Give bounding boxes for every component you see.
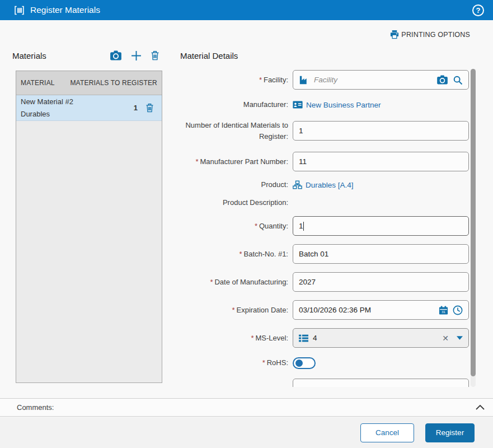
facility-field[interactable]: Facility <box>293 70 469 90</box>
scrollbar-thumb[interactable] <box>471 69 476 376</box>
camera-scan-button[interactable] <box>110 50 122 60</box>
column-material: MATERIAL <box>21 79 55 87</box>
printing-options-label: PRINTING OPTIONS <box>401 31 470 39</box>
required-marker: * <box>262 358 265 367</box>
cancel-button[interactable]: Cancel <box>360 423 414 442</box>
required-marker: * <box>255 222 257 230</box>
required-marker: * <box>195 157 198 166</box>
product-structure-icon <box>293 180 302 189</box>
date-of-manufacturing-label: *Date of Manufacturing: <box>180 277 288 288</box>
ms-level-label: *MS-Level: <box>180 333 288 344</box>
materials-list-empty-area <box>16 121 162 382</box>
printing-options-button[interactable]: PRINTING OPTIONS <box>389 30 470 39</box>
rohs-toggle[interactable] <box>293 357 316 369</box>
clipped-field[interactable] <box>293 379 469 387</box>
date-of-manufacturing-input[interactable] <box>293 272 469 292</box>
required-marker: * <box>210 278 213 286</box>
expiration-date-field[interactable]: 03/10/2026 02:36 PM 31 <box>293 300 469 320</box>
page-title: Register Materials <box>30 5 100 15</box>
identical-materials-label: Number of Identical Materials to Registe… <box>180 120 288 142</box>
business-partner-card-icon <box>293 101 303 109</box>
materials-table-header: MATERIAL MATERIALS TO REGISTER <box>16 71 162 95</box>
required-marker: * <box>232 306 234 314</box>
quantity-input[interactable]: 1 <box>293 216 469 236</box>
materials-to-register-count: 1 <box>134 104 138 112</box>
text-caret <box>303 222 304 231</box>
product-link[interactable]: Durables [A.4] <box>293 180 354 189</box>
titlebar: Register Materials ? <box>0 0 493 20</box>
batch-no-input[interactable] <box>293 244 469 264</box>
ms-level-select[interactable]: 4 ✕ <box>293 328 469 348</box>
expiration-date-label: *Expiration Date: <box>180 305 288 316</box>
add-material-button[interactable] <box>131 50 142 61</box>
ms-level-value: 4 <box>313 334 317 342</box>
column-materials-to-register: MATERIALS TO REGISTER <box>70 79 157 87</box>
clear-icon[interactable]: ✕ <box>442 334 449 342</box>
rohs-label: *RoHS: <box>180 357 288 368</box>
comments-bar: Comments: <box>0 398 493 417</box>
part-number-label: *Manufacturer Part Number: <box>180 156 288 167</box>
product-label: Product: <box>180 179 288 190</box>
material-details-title: Material Details <box>180 48 476 60</box>
scrollbar-track <box>471 69 476 387</box>
collapse-chevron-up-icon[interactable] <box>476 405 485 410</box>
toggle-knob <box>295 360 303 367</box>
required-marker: * <box>251 334 253 342</box>
manufacturer-label: Manufacturer: <box>180 99 288 110</box>
barcode-icon <box>13 4 25 16</box>
clock-icon[interactable] <box>453 305 463 315</box>
register-button[interactable]: Register <box>425 423 475 442</box>
materials-panel: Materials <box>12 48 162 383</box>
facility-search-icon[interactable] <box>453 75 463 85</box>
identical-materials-input[interactable] <box>293 121 469 141</box>
material-name: New Material #2 Durables <box>21 96 126 120</box>
materials-table: MATERIAL MATERIALS TO REGISTER New Mater… <box>16 71 162 383</box>
facility-camera-icon[interactable] <box>436 75 448 85</box>
expiration-date-value: 03/10/2026 02:36 PM <box>299 306 371 314</box>
product-description-label: Product Description: <box>180 197 288 208</box>
calendar-icon[interactable]: 31 <box>439 306 448 315</box>
part-number-input[interactable] <box>293 152 469 171</box>
required-marker: * <box>239 250 242 258</box>
facility-label: *Facility: <box>180 74 288 86</box>
delete-material-button[interactable] <box>151 50 159 60</box>
help-icon[interactable]: ? <box>472 4 484 16</box>
facility-placeholder: Facility <box>314 76 337 84</box>
required-marker: * <box>259 76 262 84</box>
printer-icon <box>389 30 400 39</box>
material-details-panel: Material Details *Facility: Facility <box>180 48 476 387</box>
quantity-label: *Quantity: <box>180 221 288 232</box>
batch-no-label: *Batch-No. #1: <box>180 249 288 260</box>
list-icon <box>299 334 308 342</box>
comments-label: Comments: <box>17 403 54 412</box>
row-delete-button[interactable] <box>145 103 154 113</box>
materials-panel-title: Materials <box>12 51 46 60</box>
manufacturer-link[interactable]: New Business Partner <box>293 101 381 109</box>
factory-icon <box>299 75 309 85</box>
chevron-down-icon[interactable] <box>457 336 463 340</box>
dialog-footer: Cancel Register <box>0 417 493 448</box>
svg-text:31: 31 <box>442 310 445 314</box>
table-row[interactable]: New Material #2 Durables 1 <box>16 95 162 121</box>
